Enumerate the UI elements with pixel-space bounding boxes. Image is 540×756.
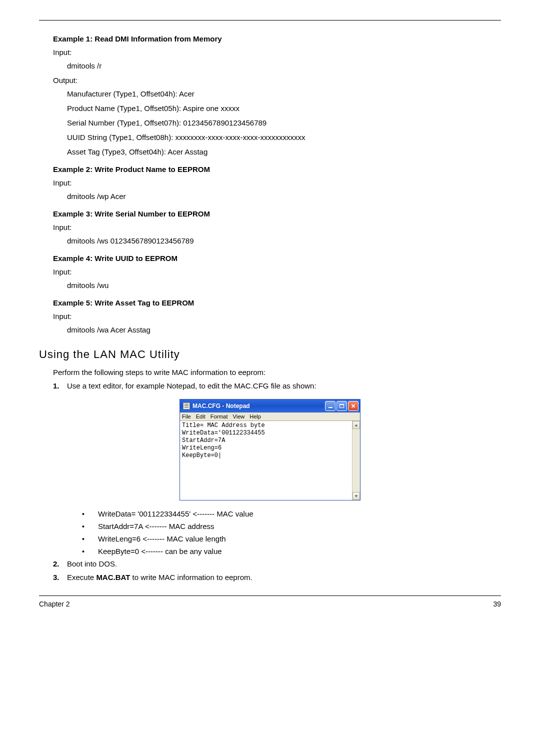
bullet-item-1: • StartAddr=7A <------- MAC address [82, 522, 501, 530]
example-1-output-line-2: Serial Number (Type1, Offset07h): 012345… [67, 118, 501, 127]
example-4-heading: Example 4: Write UUID to EEPROM [53, 254, 501, 262]
scroll-up-icon[interactable] [352, 421, 360, 429]
titlebar-left: MAC.CFG - Notepad [183, 402, 250, 410]
titlebar-buttons: ✕ [325, 401, 358, 411]
notepad-titlebar: MAC.CFG - Notepad ✕ [180, 400, 360, 412]
step-3-number: 3. [53, 573, 67, 582]
notepad-icon [183, 402, 190, 410]
bullet-text-1: StartAddr=7A <------- MAC address [98, 522, 214, 530]
example-3-input-line: dmitools /ws 01234567890123456789 [67, 236, 501, 245]
bullet-text-3: KeepByte=0 <------- can be any value [98, 547, 222, 556]
menu-format[interactable]: Format [210, 414, 228, 420]
example-3-heading: Example 3: Write Serial Number to EEPROM [53, 210, 501, 218]
scroll-down-icon[interactable] [352, 492, 360, 500]
example-1-output-line-0: Manufacturer (Type1, Offset04h): Acer [67, 90, 501, 98]
example-1-heading: Example 1: Read DMI Information from Mem… [53, 34, 501, 43]
example-1-output-line-1: Product Name (Type1, Offset05h): Aspire … [67, 104, 501, 112]
example-4-input-line: dmitools /wu [67, 281, 501, 290]
step-1-text: Use a text editor, for example Notepad, … [67, 382, 501, 390]
example-5-heading: Example 5: Write Asset Tag to EEPROM [53, 298, 501, 307]
step-2-text: Boot into DOS. [67, 560, 501, 568]
bullet-icon: • [82, 522, 98, 530]
step-1-number: 1. [53, 382, 67, 390]
example-1-output-line-4: Asset Tag (Type3, Offset04h): Acer Assta… [67, 148, 501, 156]
close-button[interactable]: ✕ [348, 401, 358, 411]
section-intro: Perform the following steps to write MAC… [53, 368, 501, 376]
notepad-scrollbar[interactable] [352, 421, 360, 500]
minimize-button[interactable] [325, 401, 336, 411]
example-1-output-label: Output: [53, 76, 501, 84]
svg-marker-1 [355, 495, 358, 497]
example-4-input-label: Input: [53, 268, 501, 276]
example-3-input-label: Input: [53, 223, 501, 232]
section-heading-lan-mac: Using the LAN MAC Utility [39, 348, 501, 361]
bullet-icon: • [82, 548, 98, 556]
menu-edit[interactable]: Edit [196, 414, 206, 420]
example-1-output-line-3: UUID String (Type1, Offset08h): xxxxxxxx… [67, 133, 501, 142]
example-2-heading: Example 2: Write Product Name to EEPROM [53, 165, 501, 174]
top-horizontal-rule [39, 20, 501, 20]
footer-chapter: Chapter 2 [39, 600, 70, 608]
step-3-text: Execute MAC.BAT to write MAC information… [67, 573, 501, 582]
bullet-item-2: • WriteLeng=6 <------- MAC value length [82, 534, 501, 543]
svg-marker-0 [355, 424, 358, 426]
example-1-input-label: Input: [53, 48, 501, 56]
notepad-text-area[interactable]: Title= MAC Address byte WriteData='00112… [180, 421, 352, 500]
example-1-input-line: dmitools /r [67, 62, 501, 70]
notepad-window: MAC.CFG - Notepad ✕ File Edit Format Vie… [180, 399, 360, 500]
example-5-input-line: dmitools /wa Acer Asstag [67, 326, 501, 334]
bullet-list: • WriteData= '001122334455' <------- MAC… [82, 510, 501, 556]
example-2-input-label: Input: [53, 178, 501, 187]
bullet-icon: • [82, 535, 98, 543]
menu-view[interactable]: View [233, 414, 245, 420]
bullet-icon: • [82, 510, 98, 518]
maximize-button[interactable] [336, 401, 347, 411]
menu-help[interactable]: Help [250, 414, 261, 420]
bullet-text-2: WriteLeng=6 <------- MAC value length [98, 534, 226, 543]
bullet-item-0: • WriteData= '001122334455' <------- MAC… [82, 510, 501, 518]
step-1: 1. Use a text editor, for example Notepa… [53, 382, 501, 390]
step-2: 2. Boot into DOS. [53, 560, 501, 568]
step-2-number: 2. [53, 560, 67, 568]
bottom-horizontal-rule [39, 596, 501, 596]
menu-file[interactable]: File [182, 414, 191, 420]
example-2-input-line: dmitools /wp Acer [67, 192, 501, 200]
footer-page-number: 39 [493, 600, 501, 608]
notepad-title: MAC.CFG - Notepad [192, 402, 250, 410]
example-5-input-label: Input: [53, 312, 501, 320]
step-3: 3. Execute MAC.BAT to write MAC informat… [53, 573, 501, 582]
notepad-menubar: File Edit Format View Help [180, 412, 360, 421]
page-footer: Chapter 2 39 [39, 600, 501, 608]
bullet-text-0: WriteData= '001122334455' <------- MAC v… [98, 510, 254, 518]
bullet-item-3: • KeepByte=0 <------- can be any value [82, 547, 501, 556]
